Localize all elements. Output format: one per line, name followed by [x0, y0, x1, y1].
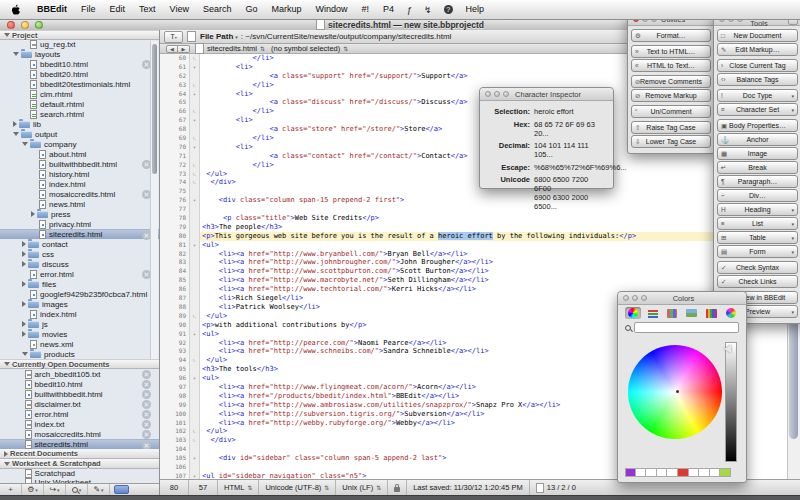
close-document-icon[interactable]: ✕: [142, 430, 151, 439]
fold-marker-icon[interactable]: ▾: [190, 374, 200, 383]
menu-markup[interactable]: Markup: [264, 4, 308, 14]
tree-file-builtwithbbedit-html[interactable]: builtwithbbedit.html✕: [0, 159, 160, 169]
tree-file-googlef9429b235f0cbca7-html[interactable]: googlef9429b235f0cbca7.html: [0, 289, 160, 299]
gear-menu-button[interactable]: ⚙▾: [22, 484, 44, 495]
color-search-field[interactable]: [634, 322, 739, 333]
character-set-button[interactable]: ¤Character Set▾: [717, 103, 798, 116]
tree-file-clm-rhtml[interactable]: clm.rhtml: [0, 89, 160, 99]
menu-go[interactable]: Go: [238, 4, 264, 14]
tree-file-bbedit20testimonials-html[interactable]: bbedit20testimonials.html: [0, 79, 160, 89]
lock-indicator[interactable]: [388, 480, 407, 495]
tree-folder-products[interactable]: products: [0, 349, 160, 359]
colors-titlebar[interactable]: Colors: [618, 292, 746, 305]
encoding-popup[interactable]: Unicode (UTF-8)⇅: [259, 480, 336, 495]
brightness-slider[interactable]: [725, 342, 737, 462]
fold-marker-icon[interactable]: ▾: [190, 330, 200, 339]
tree-file-sitecredits-html[interactable]: sitecredits.html✕: [0, 229, 160, 239]
disclosure-triangle-icon[interactable]: [4, 462, 10, 466]
tree-folder-press[interactable]: press: [0, 209, 160, 219]
color-wheel[interactable]: [628, 345, 722, 439]
code-line-80[interactable]: 80<p>This gorgeous web site before you i…: [160, 232, 788, 241]
table-button[interactable]: ⊞Table▾: [717, 231, 798, 244]
menu-[interactable]: #!: [354, 4, 376, 14]
disclosure-triangle-icon[interactable]: [22, 241, 26, 247]
file-popup[interactable]: sitecredits.html: [207, 44, 257, 53]
back-button[interactable]: ◀: [166, 45, 178, 53]
color-swatch-8[interactable]: [710, 468, 721, 477]
fold-marker-icon[interactable]: ▾: [190, 143, 200, 152]
anchor-button[interactable]: ⚓Anchor: [717, 133, 798, 146]
code-line-79[interactable]: 79<h3>The people</h3>: [160, 223, 788, 232]
tree-file-disclaimer-txt[interactable]: disclaimer.txt✕: [0, 399, 160, 409]
disclosure-triangle-icon[interactable]: [22, 251, 26, 257]
doc-type-button[interactable]: !Doc Type▾: [717, 89, 798, 102]
tree-folder-images[interactable]: images: [0, 299, 160, 309]
menu-edit[interactable]: Edit: [103, 4, 133, 14]
tree-file-news-html[interactable]: news.html: [0, 199, 160, 209]
list-button[interactable]: ≡List▾: [717, 217, 798, 230]
color-swatch-2[interactable]: [646, 468, 657, 477]
color-swatch-4[interactable]: [667, 468, 678, 477]
tree-file-news-xml[interactable]: news.xml: [0, 339, 160, 349]
fold-marker-icon[interactable]: ∟: [190, 312, 200, 321]
remove-comments-button[interactable]: ⊘Remove Comments: [631, 75, 711, 88]
palette-button[interactable]: [503, 91, 509, 97]
tree-file-history-html[interactable]: history.html: [0, 169, 160, 179]
code-line-73[interactable]: 73∟ </ul>: [160, 170, 788, 179]
menu-window[interactable]: Window: [308, 4, 354, 14]
code-line-76[interactable]: 76▾ <div class="column span-15 prepend-2…: [160, 196, 788, 205]
fold-marker-icon[interactable]: ∟: [190, 170, 200, 179]
body-properties-button[interactable]: ▣Body Properties…: [717, 119, 798, 132]
image-button[interactable]: ▦Image: [717, 147, 798, 160]
disclosure-triangle-icon[interactable]: [22, 301, 26, 307]
html-to-text-button[interactable]: «HTML to Text…: [631, 59, 711, 72]
tree-file-error-html[interactable]: error.html✕: [0, 409, 160, 419]
tree-file-scratchpad[interactable]: Scratchpad: [0, 469, 160, 478]
tree-file-default-rhtml[interactable]: default.rhtml: [0, 99, 160, 109]
disclosure-triangle-icon[interactable]: [13, 132, 19, 136]
tree-file-error-html[interactable]: error.html✕: [0, 269, 160, 279]
tree-folder-js[interactable]: js: [0, 319, 160, 329]
disclosure-triangle-icon[interactable]: [22, 321, 26, 327]
color-swatch-7[interactable]: [699, 468, 710, 477]
file-proxy-icon[interactable]: [187, 31, 196, 42]
recent-documents-section-header[interactable]: Recent Documents: [0, 449, 160, 459]
close-document-icon[interactable]: ✕: [142, 370, 151, 379]
color-swatch-0[interactable]: [625, 468, 636, 477]
palette-close-button[interactable]: [623, 295, 629, 301]
fold-marker-icon[interactable]: ∟: [190, 427, 200, 436]
sidebar-scrollbar[interactable]: [150, 41, 158, 359]
sidebar-scroll-thumb[interactable]: [152, 44, 157, 174]
check-syntax-button[interactable]: ✓Check Syntax: [717, 261, 798, 274]
break-button[interactable]: ↵Break: [717, 161, 798, 174]
fold-marker-icon[interactable]: ▾: [190, 90, 200, 99]
close-document-icon[interactable]: ✕: [142, 390, 151, 399]
code-line-78[interactable]: 78 <p class="title">Web Site Credits</p>: [160, 214, 788, 223]
language-popup[interactable]: HTML⇅: [218, 480, 259, 495]
code-line-81[interactable]: 81▾<ul>: [160, 241, 788, 250]
add-button[interactable]: +: [0, 484, 22, 495]
text-to-html-button[interactable]: »Text to HTML…: [631, 45, 711, 58]
help-circle-icon[interactable]: ?: [444, 5, 453, 14]
code-line-74[interactable]: 74∟ </div>: [160, 178, 788, 187]
balance-tags-button[interactable]: ‹›Balance Tags: [717, 73, 798, 86]
tree-file-bbedit10-html[interactable]: bbedit10.html✕: [0, 59, 160, 69]
tree-file-mosaiccredits-html[interactable]: mosaiccredits.html✕: [0, 429, 160, 439]
edit-markup-button[interactable]: ✎Edit Markup…: [717, 43, 798, 56]
tree-folder-company[interactable]: company: [0, 139, 160, 149]
menu-file[interactable]: File: [74, 4, 103, 14]
palette-button[interactable]: [494, 91, 500, 97]
color-mode-blob-icon[interactable]: [723, 307, 739, 319]
disclosure-triangle-icon[interactable]: [4, 362, 10, 366]
tree-file-builtwithbbedit-html[interactable]: builtwithbbedit.html✕: [0, 389, 160, 399]
fold-marker-icon[interactable]: ∟: [190, 436, 200, 445]
palette-button[interactable]: [641, 295, 647, 301]
code-line-77[interactable]: 77: [160, 205, 788, 214]
fold-marker-icon[interactable]: ∟: [190, 161, 200, 170]
action-menu-button[interactable]: ↪▾: [44, 484, 66, 495]
fold-marker-icon[interactable]: ▾: [190, 241, 200, 250]
lower-tag-case-button[interactable]: ⇩Lower Tag Case: [631, 135, 711, 148]
close-document-icon[interactable]: ✕: [142, 420, 151, 429]
fold-marker-icon[interactable]: ▾: [190, 63, 200, 72]
check-links-button[interactable]: ✓Check Links: [717, 275, 798, 288]
